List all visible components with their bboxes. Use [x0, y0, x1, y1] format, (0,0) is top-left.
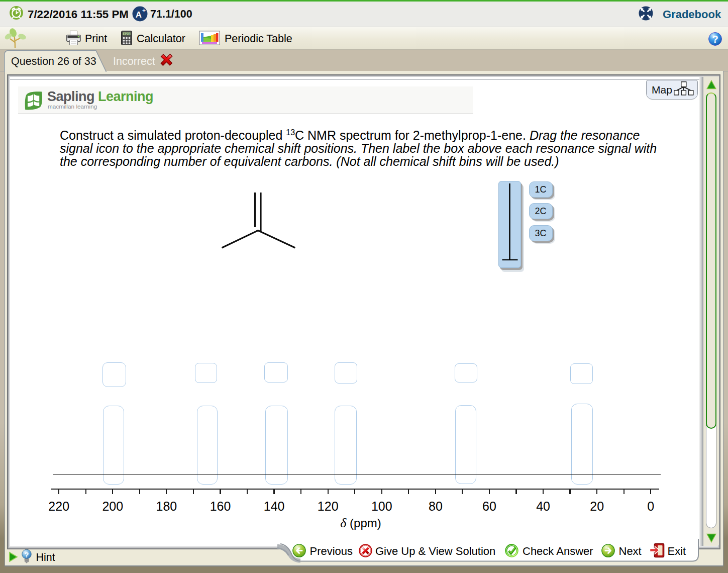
svg-text:A: A — [136, 10, 142, 20]
svg-text:123: 123 — [124, 33, 130, 36]
svg-text:?: ? — [712, 34, 718, 45]
svg-text:?: ? — [25, 551, 29, 559]
svg-text:+: + — [142, 7, 146, 14]
